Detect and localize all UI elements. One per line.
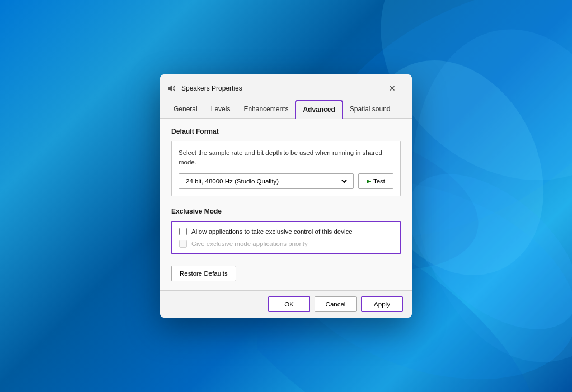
test-button-label: Test bbox=[373, 178, 385, 185]
dialog-overlay: Speakers Properties ✕ General Levels Enh… bbox=[0, 0, 572, 392]
dialog-title: Speakers Properties bbox=[181, 84, 379, 92]
restore-defaults-button[interactable]: Restore Defaults bbox=[171, 266, 236, 281]
give-priority-label: Give exclusive mode applications priorit… bbox=[191, 240, 308, 247]
default-format-title: Default Format bbox=[171, 127, 401, 135]
svg-rect-8 bbox=[168, 87, 170, 90]
format-select-wrapper[interactable]: 24 bit, 48000 Hz (Studio Quality) 16 bit… bbox=[179, 173, 354, 189]
exclusive-mode-section: Exclusive Mode Allow applications to tak… bbox=[171, 207, 401, 254]
title-bar-controls: ✕ bbox=[379, 79, 405, 97]
tab-bar: General Levels Enhancements Advanced Spa… bbox=[160, 100, 412, 119]
svg-marker-9 bbox=[170, 85, 172, 92]
apply-button[interactable]: Apply bbox=[361, 296, 403, 312]
allow-exclusive-row: Allow applications to take exclusive con… bbox=[179, 228, 393, 235]
speakers-properties-dialog: Speakers Properties ✕ General Levels Enh… bbox=[160, 74, 412, 317]
format-select[interactable]: 24 bit, 48000 Hz (Studio Quality) 16 bit… bbox=[184, 177, 349, 185]
allow-exclusive-checkbox[interactable] bbox=[179, 228, 187, 235]
play-icon: ▶ bbox=[367, 178, 371, 184]
dialog-icon bbox=[167, 83, 177, 93]
cancel-button[interactable]: Cancel bbox=[315, 296, 357, 312]
give-priority-row: Give exclusive mode applications priorit… bbox=[179, 240, 393, 248]
title-bar: Speakers Properties ✕ bbox=[160, 74, 412, 98]
default-format-section: Default Format Select the sample rate an… bbox=[171, 127, 401, 196]
tab-enhancements[interactable]: Enhancements bbox=[237, 100, 295, 118]
give-priority-checkbox[interactable] bbox=[179, 240, 187, 248]
default-format-box: Select the sample rate and bit depth to … bbox=[171, 141, 401, 196]
tab-spatial-sound[interactable]: Spatial sound bbox=[343, 100, 397, 118]
exclusive-mode-box: Allow applications to take exclusive con… bbox=[171, 221, 401, 254]
allow-exclusive-label: Allow applications to take exclusive con… bbox=[191, 228, 353, 235]
tab-levels[interactable]: Levels bbox=[204, 100, 237, 118]
close-button[interactable]: ✕ bbox=[379, 79, 405, 97]
tab-general[interactable]: General bbox=[167, 100, 204, 118]
default-format-description: Select the sample rate and bit depth to … bbox=[179, 148, 393, 166]
format-row: 24 bit, 48000 Hz (Studio Quality) 16 bit… bbox=[179, 173, 393, 189]
tab-advanced[interactable]: Advanced bbox=[295, 100, 343, 119]
ok-button[interactable]: OK bbox=[268, 296, 310, 312]
restore-section: Restore Defaults bbox=[171, 266, 401, 281]
dialog-content: Default Format Select the sample rate an… bbox=[160, 119, 412, 290]
test-button[interactable]: ▶ Test bbox=[358, 173, 393, 189]
dialog-footer: OK Cancel Apply bbox=[160, 290, 412, 318]
exclusive-mode-title: Exclusive Mode bbox=[171, 207, 401, 215]
